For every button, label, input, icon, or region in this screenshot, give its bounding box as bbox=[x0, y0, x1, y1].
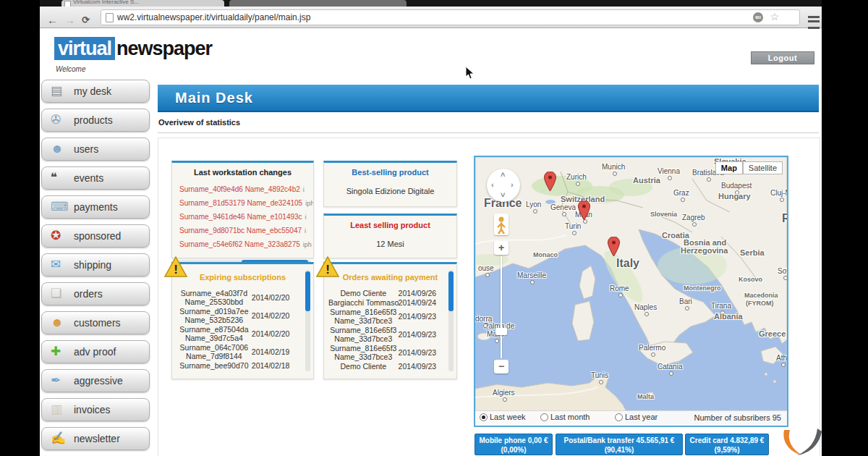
pan-right-icon[interactable]: › bbox=[511, 180, 514, 189]
radio-button[interactable] bbox=[540, 413, 548, 421]
reload-button[interactable]: ⟳ bbox=[82, 15, 90, 25]
sidebar-item-invoices[interactable]: ▥invoices bbox=[41, 398, 150, 421]
orders-list: Demo Cliente2014/09/26Bargiacchi Tommaso… bbox=[328, 289, 445, 376]
stat-line2: (90,41%) bbox=[556, 445, 682, 455]
map-label-graz: Graz bbox=[673, 189, 689, 197]
back-button[interactable]: ← bbox=[47, 15, 58, 25]
map-type-button-satellite[interactable]: Satellite bbox=[743, 161, 783, 174]
expiring-row: Surname_e4a03f7dName_25530bbd2014/02/20 bbox=[176, 289, 302, 306]
row-date: 2014/02/18 bbox=[252, 361, 302, 370]
pan-up-icon[interactable]: ˄ bbox=[501, 170, 505, 179]
sidebar-item-products[interactable]: ✇products bbox=[41, 109, 150, 132]
map-pin-icon[interactable] bbox=[578, 200, 590, 221]
map-label-herzegovina: Herzegovina bbox=[681, 246, 728, 255]
row-date: 2014/09/24 bbox=[399, 298, 445, 307]
map-label-monaco: Monaco bbox=[533, 251, 558, 258]
sidebar-item-my-desk[interactable]: ▤my desk bbox=[41, 80, 150, 103]
panel-title: Orders awaiting payment bbox=[324, 273, 456, 282]
row-date: 2014/09/26 bbox=[399, 289, 445, 297]
browser-tab-inactive[interactable] bbox=[229, 0, 407, 7]
scrollbar-thumb[interactable] bbox=[448, 271, 454, 311]
logo-virtual: virtual bbox=[54, 37, 115, 60]
scrollbar-thumb[interactable] bbox=[305, 271, 310, 311]
stat-line2: (0,00%) bbox=[475, 445, 552, 455]
sidebar-item-sponsored[interactable]: ✪sponsored bbox=[41, 224, 150, 248]
row-date: 2014/02/20 bbox=[252, 329, 302, 338]
map-label-kosovo: Kosovo bbox=[739, 276, 762, 283]
zoom-out-button[interactable]: − bbox=[494, 360, 509, 373]
map-label-macedonia: Macedonia bbox=[744, 292, 778, 299]
zoom-in-button[interactable]: + bbox=[494, 241, 509, 255]
map-label-montenegro: Montenegro bbox=[684, 284, 721, 292]
map-label-budapest: Budapest bbox=[721, 182, 752, 190]
google-map[interactable]: FranceItalyRMunichViennaBratislavaSlovak… bbox=[474, 156, 788, 427]
name-line1: Demo Cliente bbox=[328, 289, 399, 297]
filter-label: Last year bbox=[625, 413, 658, 421]
sidebar-item-label: adv proof bbox=[74, 346, 116, 358]
sidebar: ▤my desk✇products☻users❝events⌨payments✪… bbox=[41, 80, 150, 456]
map-label--fyrom-: (FYROM) bbox=[746, 300, 774, 307]
map-filter-last-year[interactable]: Last year bbox=[615, 413, 658, 421]
map-label-algiers: Algiers bbox=[493, 389, 515, 397]
panel-title: Expiring subscriptions bbox=[172, 273, 313, 282]
forward-button[interactable]: → bbox=[64, 15, 75, 25]
address-bar[interactable]: ww2.virtualnewspaper.it/virtualdaily/pan… bbox=[101, 9, 800, 25]
sidebar-item-adv-proof[interactable]: ✚adv proof bbox=[41, 340, 150, 363]
sidebar-item-users[interactable]: ☻users bbox=[41, 138, 150, 161]
sidebar-item-customers[interactable]: ☻customers bbox=[41, 311, 150, 334]
panel-title: Best-selling product bbox=[324, 168, 456, 177]
map-filter-bar: Number of subsribers 95 Last weekLast mo… bbox=[475, 410, 787, 426]
main-header-bar: Main Desk bbox=[158, 85, 819, 112]
virtualcom-logo bbox=[780, 428, 822, 456]
name-line1: Demo Cliente bbox=[328, 362, 399, 371]
paper-stack-icon: ❏ bbox=[51, 286, 61, 302]
sidebar-item-newsletter[interactable]: ✍newsletter bbox=[41, 427, 150, 450]
sidebar-item-aggressive[interactable]: ✒aggressive bbox=[41, 369, 150, 392]
zoom-slider-handle[interactable] bbox=[495, 328, 507, 335]
name-line2: Name_33d7bce3 bbox=[328, 352, 399, 361]
name-line2: Name_39d7c5a4 bbox=[176, 334, 252, 342]
order-row: Demo Cliente2014/09/23 bbox=[328, 362, 445, 371]
subscriber-name: Surname_e87504daName_39d7c5a4 bbox=[176, 325, 252, 342]
street-view-pegman-icon[interactable] bbox=[494, 214, 509, 235]
map-pin-icon[interactable] bbox=[544, 172, 556, 192]
vertical-scrollbar[interactable] bbox=[305, 270, 310, 371]
map-type-button-map[interactable]: Map bbox=[715, 161, 743, 174]
map-pin-icon[interactable] bbox=[608, 237, 620, 257]
map-label-austria: Austria bbox=[633, 176, 660, 185]
name-line1: Surname_816e65f3 bbox=[328, 344, 399, 352]
sidebar-item-events[interactable]: ❝events bbox=[41, 166, 150, 190]
subscriber-name: Surname_064c7006Name_7d9f8144 bbox=[176, 343, 252, 360]
stat-line1: Mobile phone 0,00 € bbox=[475, 436, 552, 445]
free-tag-icon: ✪ bbox=[51, 228, 61, 244]
vertical-scrollbar[interactable] bbox=[448, 270, 454, 371]
sidebar-item-orders[interactable]: ❏orders bbox=[41, 282, 150, 305]
sidebar-item-payments[interactable]: ⌨payments bbox=[41, 195, 150, 219]
map-label-tunis: Tunis bbox=[591, 371, 608, 379]
row-date: 2014/02/19 bbox=[252, 347, 302, 356]
map-filter-last-month[interactable]: Last month bbox=[540, 413, 590, 421]
extension-badge-icon[interactable]: IBI bbox=[753, 12, 763, 22]
workstation-row-name: Surname_c54e6f62 Name_323a8275 bbox=[179, 240, 300, 248]
logo-newspaper: newspaper bbox=[115, 38, 212, 59]
radio-button[interactable] bbox=[615, 413, 623, 421]
map-filter-last-week[interactable]: Last week bbox=[480, 413, 526, 421]
map-label-albania: Albania bbox=[714, 312, 743, 321]
browser-menu-icon[interactable] bbox=[808, 16, 820, 29]
expiring-row: Surname_064c7006Name_7d9f81442014/02/19 bbox=[176, 343, 302, 360]
browser-tab[interactable]: Virtualcom Interactive S... bbox=[61, 0, 224, 7]
panel-title: Least selling product bbox=[324, 221, 456, 229]
zoom-slider-track[interactable] bbox=[501, 256, 502, 358]
pan-left-icon[interactable]: ‹ bbox=[491, 180, 494, 189]
map-label-hungary: Hungary bbox=[718, 192, 751, 200]
pan-down-icon[interactable]: ˅ bbox=[501, 190, 505, 199]
sidebar-item-shipping[interactable]: ✉shipping bbox=[41, 253, 150, 276]
logout-button[interactable]: Logout bbox=[751, 51, 814, 64]
expiring-row: Surname_bee90d702014/02/18 bbox=[176, 361, 302, 370]
map-label-rome: Rome bbox=[610, 284, 629, 292]
workstation-row-suffix: iph bbox=[302, 200, 313, 207]
bookmark-star-icon[interactable]: ☆ bbox=[770, 11, 779, 22]
map-pan-control[interactable]: ˄ ˅ ‹ › bbox=[487, 169, 520, 202]
radio-button[interactable] bbox=[480, 413, 488, 421]
welcome-text: Welcome bbox=[56, 65, 86, 73]
